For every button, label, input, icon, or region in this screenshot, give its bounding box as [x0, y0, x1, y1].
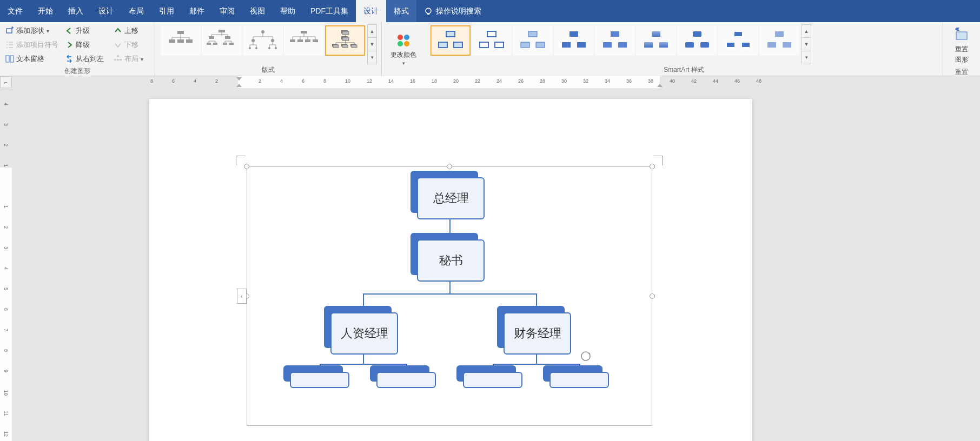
- scroll-up-button[interactable]: ▲: [368, 25, 376, 38]
- ribbon-group-reset: 重置 图形 重置: [943, 22, 980, 76]
- svg-rect-65: [700, 42, 709, 48]
- org-node-child[interactable]: [463, 372, 522, 388]
- style-option-8[interactable]: [718, 25, 758, 56]
- rtl-button[interactable]: 从右到左: [64, 52, 112, 65]
- scroll-down-button[interactable]: ▼: [802, 38, 811, 51]
- vertical-ruler[interactable]: 432112345678910111213: [0, 97, 12, 441]
- org-connector: [493, 364, 580, 365]
- text-pane-expand-button[interactable]: ‹: [237, 289, 247, 304]
- svg-rect-14: [225, 36, 230, 39]
- org-node-child[interactable]: [290, 372, 349, 388]
- scroll-more-button[interactable]: ▾: [802, 51, 811, 64]
- svg-rect-61: [644, 42, 653, 48]
- org-node-root[interactable]: 总经理: [417, 177, 485, 219]
- scroll-more-button[interactable]: ▾: [368, 51, 376, 64]
- change-colors-button[interactable]: 更改颜色 ▾: [386, 24, 421, 74]
- svg-rect-56: [577, 42, 586, 48]
- smartart-selection-frame[interactable]: ‹ 总经理 秘书: [236, 156, 663, 437]
- move-up-button[interactable]: 上移: [112, 24, 150, 37]
- layouts-gallery-scroll: ▲ ▼ ▾: [367, 24, 377, 64]
- svg-rect-46: [439, 42, 447, 48]
- org-node-hr[interactable]: 人资经理: [330, 312, 398, 355]
- styles-gallery-scroll: ▲ ▼ ▾: [802, 24, 811, 64]
- style-option-2[interactable]: [472, 25, 512, 56]
- scroll-up-button[interactable]: ▲: [802, 25, 811, 38]
- layout-option-4[interactable]: [284, 25, 324, 56]
- style-option-9[interactable]: [759, 25, 799, 56]
- menu-view[interactable]: 视图: [242, 0, 273, 22]
- style-option-3[interactable]: [513, 25, 553, 56]
- resize-handle-right[interactable]: [650, 293, 655, 299]
- document-page[interactable]: ‹ 总经理 秘书: [149, 99, 752, 441]
- menu-home[interactable]: 开始: [30, 0, 61, 22]
- svg-rect-34: [342, 37, 349, 41]
- menu-references[interactable]: 引用: [151, 0, 182, 22]
- add-shape-button[interactable]: 添加形状 ▾: [4, 24, 64, 37]
- svg-rect-53: [536, 42, 545, 48]
- menu-review[interactable]: 审阅: [212, 0, 242, 22]
- svg-rect-10: [177, 39, 184, 43]
- resize-handle-tl[interactable]: [244, 164, 249, 169]
- menu-design[interactable]: 设计: [91, 0, 121, 22]
- svg-rect-51: [528, 31, 537, 37]
- layout-option-2[interactable]: [202, 25, 242, 56]
- svg-rect-48: [487, 31, 496, 37]
- text-pane-button[interactable]: 文本窗格: [4, 52, 64, 65]
- reset-graphic-button[interactable]: 重置 图形: [948, 24, 976, 66]
- style-option-4[interactable]: [554, 25, 594, 56]
- menu-mail[interactable]: 邮件: [182, 0, 212, 22]
- ribbon-group-layouts: ▲ ▼ ▾ 版式: [155, 22, 382, 76]
- layout-option-5-selected[interactable]: [325, 25, 365, 56]
- right-indent-marker-icon[interactable]: [657, 82, 663, 88]
- rotate-handle-icon[interactable]: [580, 350, 592, 362]
- org-node-child[interactable]: [376, 372, 436, 388]
- menu-layout[interactable]: 布局: [121, 0, 151, 22]
- menu-pdf-tools[interactable]: PDF工具集: [303, 0, 356, 22]
- svg-rect-36: [333, 45, 339, 48]
- style-option-1-selected[interactable]: [431, 25, 471, 56]
- group-label-reset: 重置: [948, 66, 976, 77]
- bulb-icon: [424, 7, 433, 16]
- rtl-icon: [65, 55, 74, 63]
- style-option-6[interactable]: [636, 25, 676, 56]
- svg-rect-2: [6, 56, 9, 62]
- arrow-right-icon: [65, 41, 74, 49]
- layout-button: 布局 ▾: [112, 52, 150, 65]
- svg-point-42: [404, 35, 409, 40]
- style-option-7[interactable]: [677, 25, 717, 56]
- group-label-styles: SmartArt 样式: [429, 64, 938, 75]
- style-option-5[interactable]: [595, 25, 635, 56]
- arrow-left-icon: [65, 26, 74, 35]
- promote-button[interactable]: 升级: [64, 24, 112, 37]
- svg-point-20: [251, 39, 255, 42]
- layout-option-1[interactable]: [161, 25, 201, 56]
- svg-rect-50: [495, 42, 504, 48]
- reset-icon: [953, 26, 970, 44]
- demote-button[interactable]: 降级: [64, 38, 112, 51]
- svg-rect-18: [229, 43, 234, 45]
- svg-rect-4: [117, 55, 119, 57]
- org-node-secretary[interactable]: 秘书: [417, 239, 485, 282]
- svg-rect-5: [114, 59, 116, 61]
- layout-option-3[interactable]: [243, 25, 283, 56]
- text-pane-icon: [5, 55, 14, 63]
- resize-handle-top[interactable]: [447, 164, 452, 169]
- menu-file[interactable]: 文件: [0, 0, 30, 22]
- menu-smartart-design[interactable]: 设计: [356, 0, 386, 22]
- org-node-finance[interactable]: 财务经理: [504, 312, 571, 355]
- menu-insert[interactable]: 插入: [61, 0, 91, 22]
- move-down-button: 下移: [112, 38, 150, 51]
- horizontal-ruler[interactable]: 8642246810121416182022242628303234363840…: [145, 76, 980, 88]
- svg-rect-54: [570, 31, 578, 37]
- resize-handle-tr[interactable]: [650, 164, 655, 169]
- svg-rect-38: [342, 45, 348, 48]
- menu-format[interactable]: 格式: [386, 0, 416, 22]
- tell-me-search[interactable]: 操作说明搜索: [416, 0, 489, 22]
- menu-help[interactable]: 帮助: [273, 0, 303, 22]
- indent-marker-icon[interactable]: [236, 76, 242, 88]
- scroll-down-button[interactable]: ▼: [368, 38, 376, 51]
- svg-rect-70: [767, 42, 776, 48]
- svg-point-73: [581, 352, 590, 360]
- org-node-child[interactable]: [549, 372, 609, 388]
- svg-rect-67: [726, 42, 735, 48]
